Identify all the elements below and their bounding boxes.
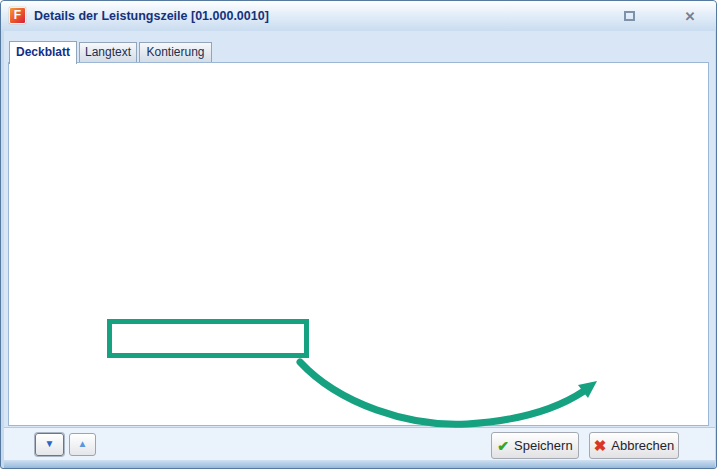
tab-deckblatt[interactable]: Deckblatt bbox=[9, 41, 77, 64]
tab-kontierung[interactable]: Kontierung bbox=[139, 42, 212, 63]
next-row-button[interactable]: ▲ bbox=[69, 433, 96, 456]
dialog-window: F Details der Leistungszeile [01.000.001… bbox=[0, 0, 717, 469]
window-title: Details der Leistungszeile [01.000.0010] bbox=[34, 9, 269, 23]
save-button-label: Speichern bbox=[514, 438, 573, 453]
titlebar: F Details der Leistungszeile [01.000.001… bbox=[1, 1, 716, 31]
window-bottom-edge bbox=[4, 460, 715, 469]
close-icon: ✕ bbox=[685, 9, 696, 24]
cancel-button-label: Abbrechen bbox=[611, 438, 674, 453]
cancel-button[interactable]: ✖ Abbrechen bbox=[589, 432, 679, 459]
app-logo-icon: F bbox=[9, 7, 26, 24]
save-button[interactable]: ✔ Speichern bbox=[491, 432, 579, 459]
check-icon: ✔ bbox=[497, 438, 509, 454]
tab-langtext[interactable]: Langtext bbox=[79, 42, 137, 63]
maximize-button[interactable] bbox=[618, 9, 640, 25]
close-button[interactable]: ✕ bbox=[679, 9, 701, 25]
arrow-up-icon: ▲ bbox=[78, 438, 88, 449]
arrow-down-icon: ▼ bbox=[45, 438, 55, 449]
maximize-icon bbox=[624, 11, 635, 21]
tab-page-deckblatt bbox=[8, 62, 709, 426]
previous-row-button[interactable]: ▼ bbox=[35, 433, 64, 456]
cross-icon: ✖ bbox=[594, 437, 607, 455]
